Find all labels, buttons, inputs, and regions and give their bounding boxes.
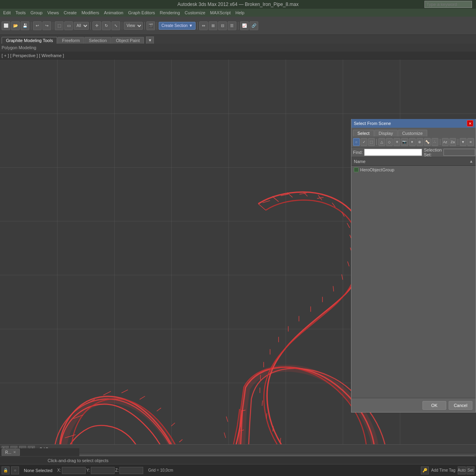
dialog-filter-space-btn[interactable]: ⊕ bbox=[416, 138, 423, 146]
status-btn-2[interactable]: ○ bbox=[11, 466, 19, 474]
menu-modifiers[interactable]: Modifiers bbox=[81, 10, 99, 15]
x-coord[interactable] bbox=[62, 467, 86, 474]
dialog-sort-za-btn[interactable]: Za bbox=[449, 138, 456, 146]
separator-1 bbox=[31, 22, 31, 30]
scale-btn[interactable]: ⤡ bbox=[111, 21, 120, 30]
status-selected: None Selected bbox=[21, 468, 56, 473]
mirror-btn[interactable]: ⇔ bbox=[199, 21, 208, 30]
viewport-label: [ + ] [ Perspective ] [ Wireframe ] bbox=[0, 52, 476, 60]
z-label: Z: bbox=[115, 468, 119, 472]
menu-create[interactable]: Create bbox=[63, 10, 77, 15]
dialog-filter-geo-btn[interactable]: △ bbox=[378, 138, 385, 146]
ribbon-options-btn[interactable]: ▼ bbox=[146, 36, 154, 44]
object-item[interactable]: HeroObjectGroup bbox=[351, 166, 476, 174]
svg-line-24 bbox=[258, 204, 266, 210]
dialog-filter-btn[interactable]: ▼ bbox=[460, 138, 466, 146]
cancel-btn[interactable]: Cancel bbox=[449, 401, 472, 410]
render-btn[interactable]: 🎬 bbox=[146, 21, 155, 30]
status-icons: 🔑 Add Time Tag Auto Set bbox=[419, 466, 476, 474]
menu-rendering[interactable]: Rendering bbox=[160, 10, 180, 15]
ribbon-tab-selection[interactable]: Selection bbox=[84, 37, 111, 44]
ribbon-tab-graphite[interactable]: Graphite Modeling Tools bbox=[2, 37, 57, 44]
new-scene-btn[interactable]: ⬜ bbox=[2, 21, 10, 30]
title-bar: Autodesk 3ds Max 2012 x64 — Broken_Iron_… bbox=[0, 0, 476, 52]
ribbon-tab-object-paint[interactable]: Object Paint bbox=[111, 37, 144, 44]
find-input[interactable] bbox=[364, 149, 422, 156]
ribbon-tab-freeform[interactable]: Freeform bbox=[58, 37, 84, 44]
dialog-select-all-btn[interactable]: ○ bbox=[353, 138, 360, 146]
svg-line-11 bbox=[171, 423, 175, 426]
array-btn[interactable]: ⊞ bbox=[209, 21, 217, 30]
undo-btn[interactable]: ↩ bbox=[33, 21, 42, 30]
dialog-tab-customize[interactable]: Customize bbox=[398, 130, 427, 136]
dialog-select-none-btn[interactable]: ✓ bbox=[361, 138, 367, 146]
move-btn[interactable]: ✛ bbox=[92, 21, 101, 30]
find-label: Find: bbox=[353, 150, 363, 155]
open-btn[interactable]: 📂 bbox=[11, 21, 20, 30]
menu-graph-editors[interactable]: Graph Editors bbox=[128, 10, 155, 15]
menu-animation[interactable]: Animation bbox=[104, 10, 123, 15]
add-time-tag: Add Time Tag bbox=[430, 468, 457, 472]
selection-set-label: Selection Set: bbox=[424, 148, 441, 157]
menu-maxscript[interactable]: MAXScript bbox=[210, 10, 231, 15]
set-label: Set bbox=[467, 468, 473, 472]
layer-btn[interactable]: ☰ bbox=[228, 21, 236, 30]
svg-line-71 bbox=[224, 432, 226, 438]
menu-edit[interactable]: Edit bbox=[3, 10, 11, 15]
separator-2 bbox=[53, 22, 53, 30]
create-section-btn[interactable]: Create Section ▼ bbox=[159, 22, 196, 30]
coord-fields: X: Y: Z: bbox=[57, 467, 143, 474]
viewport-label-text: [ + ] [ Perspective ] [ Wireframe ] bbox=[2, 53, 64, 58]
menu-group[interactable]: Group bbox=[31, 10, 43, 15]
dialog-filter-particle-btn[interactable]: ∴ bbox=[432, 138, 438, 146]
set-btn[interactable]: Set bbox=[466, 466, 474, 474]
curve-editor-btn[interactable]: 📈 bbox=[240, 21, 249, 30]
selection-set-input[interactable] bbox=[443, 149, 475, 156]
dialog-close-btn[interactable]: ✕ bbox=[467, 120, 473, 127]
status-left: 🔒 ○ None Selected X: Y: Z: Grid = 10,0cm bbox=[0, 466, 419, 474]
dialog-tab-display[interactable]: Display bbox=[374, 130, 397, 136]
separator-5 bbox=[144, 22, 145, 30]
dialog-sep-3 bbox=[458, 139, 458, 145]
select-btn active[interactable]: ⬚ bbox=[55, 21, 63, 30]
save-btn[interactable]: 💾 bbox=[21, 21, 29, 30]
align-btn[interactable]: ⊟ bbox=[218, 21, 227, 30]
bottom-tab-close[interactable]: ✕ bbox=[13, 450, 16, 454]
view-dropdown[interactable]: View bbox=[124, 22, 143, 30]
dialog-select-invert-btn[interactable]: ⬚ bbox=[368, 138, 375, 146]
svg-line-9 bbox=[140, 396, 145, 399]
select-region-btn[interactable]: ▭ bbox=[64, 21, 73, 30]
dialog-sort-az-btn[interactable]: Az bbox=[442, 138, 449, 146]
ok-btn[interactable]: OK bbox=[422, 401, 446, 410]
bottom-tabs: R... ✕ bbox=[0, 448, 79, 456]
bottom-tab-0[interactable]: R... ✕ bbox=[2, 449, 20, 456]
y-coord[interactable] bbox=[91, 467, 115, 474]
redo-btn[interactable]: ↪ bbox=[42, 21, 51, 30]
menu-views[interactable]: Views bbox=[47, 10, 59, 15]
dialog-options-btn[interactable]: ≡ bbox=[467, 138, 474, 146]
menu-help[interactable]: Help bbox=[236, 10, 245, 15]
key-icon-btn[interactable]: 🔑 bbox=[421, 466, 429, 474]
svg-line-25 bbox=[272, 196, 278, 202]
main-area: .pipe { fill: none; stroke: #e84040; str… bbox=[0, 60, 476, 444]
dialog-filter-light-btn[interactable]: ☀ bbox=[393, 138, 400, 146]
dialog-title: Select From Scene bbox=[354, 121, 391, 126]
dialog-filter-shape-btn[interactable]: ◇ bbox=[386, 138, 393, 146]
lock-icon-btn[interactable]: 🔒 bbox=[2, 466, 10, 474]
dialog-titlebar: Select From Scene ✕ bbox=[351, 119, 476, 128]
schematic-btn[interactable]: 🔗 bbox=[250, 21, 258, 30]
rotate-btn[interactable]: ↻ bbox=[102, 21, 111, 30]
auto-btn[interactable]: Auto bbox=[458, 466, 466, 474]
dialog-filter-bone-btn[interactable]: 🦴 bbox=[424, 138, 431, 146]
dialog-tabs: Select Display Customize bbox=[351, 128, 476, 136]
name-sort-icon[interactable]: ▲ bbox=[469, 159, 473, 163]
dialog-tab-select[interactable]: Select bbox=[353, 130, 374, 136]
menu-customize[interactable]: Customize bbox=[185, 10, 205, 15]
app-name: Autodesk 3ds Max 2012 x64 bbox=[177, 2, 237, 7]
dialog-filter-cam-btn[interactable]: 📷 bbox=[401, 138, 408, 146]
dialog-filter-helper-btn[interactable]: ✦ bbox=[409, 138, 416, 146]
z-coord[interactable] bbox=[119, 467, 143, 474]
select-type-dropdown[interactable]: All bbox=[74, 22, 89, 30]
menu-tools[interactable]: Tools bbox=[15, 10, 26, 15]
keyword-search[interactable] bbox=[424, 1, 472, 8]
